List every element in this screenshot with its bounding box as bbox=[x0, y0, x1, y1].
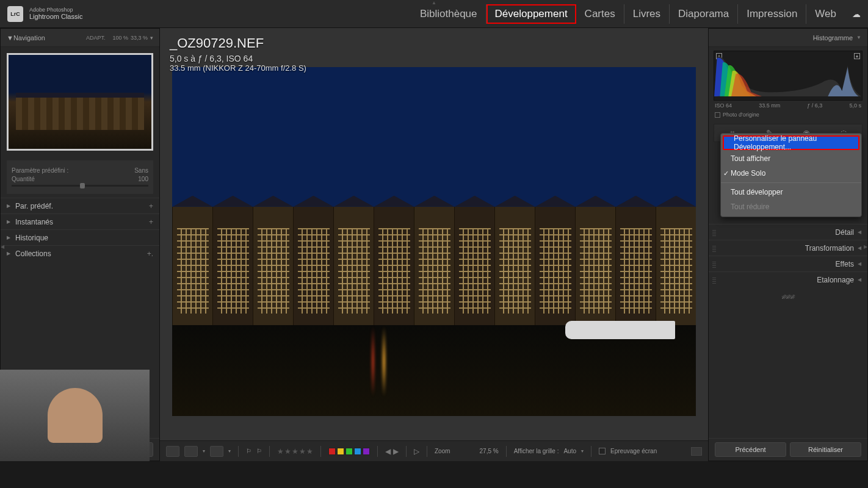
navigator-thumb-area bbox=[1, 47, 159, 157]
zoom-dropdown-icon[interactable]: ▾ bbox=[150, 35, 153, 41]
ctx-label: Tout réduire bbox=[731, 203, 769, 211]
navigator-thumbnail[interactable] bbox=[7, 53, 153, 151]
navigator-header[interactable]: ▼ Navigation ADAPT. 100 % 33,3 % ▾ bbox=[1, 29, 159, 47]
center-toolbar: ▾ ▾ ⚐ ⚐ ★★★★★ ◀▶ ▷ Zoom 27,5 % Afficher … bbox=[160, 440, 708, 461]
section-label: Transformation bbox=[805, 244, 854, 253]
slideshow-play-icon[interactable]: ▷ bbox=[414, 447, 419, 456]
collapse-icon: ▼ bbox=[856, 35, 861, 40]
preset-amount-slider[interactable] bbox=[12, 185, 148, 187]
grid-dropdown[interactable]: Auto bbox=[563, 448, 576, 454]
before-after-icon[interactable] bbox=[184, 446, 198, 457]
expand-icon: ◀ bbox=[858, 245, 861, 251]
center-area: _OZ90729.NEF 5,0 s à ƒ / 6,3, ISO 64 33.… bbox=[160, 28, 708, 461]
star-4[interactable]: ★ bbox=[299, 447, 306, 456]
reset-button[interactable]: Réinitialiser bbox=[790, 442, 861, 457]
left-section-instantans[interactable]: ▶Instantanés+ bbox=[1, 214, 159, 229]
add-icon[interactable]: +. bbox=[147, 249, 153, 258]
ctx-label: Tout afficher bbox=[731, 154, 770, 163]
photo-canvas[interactable] bbox=[172, 67, 696, 416]
module-cartes[interactable]: Cartes bbox=[576, 4, 624, 24]
zoom-value[interactable]: 27,5 % bbox=[480, 448, 499, 454]
flag-pick-icon[interactable]: ⚐ bbox=[246, 448, 251, 454]
star-1[interactable]: ★ bbox=[277, 447, 284, 456]
histogram[interactable]: ▲ ▲ bbox=[714, 51, 863, 101]
info-overlay: _OZ90729.NEF 5,0 s à ƒ / 6,3, ISO 64 33.… bbox=[170, 35, 306, 73]
left-section-collections[interactable]: ▶Collections+. bbox=[1, 245, 159, 261]
rating-stars: ★★★★★ bbox=[277, 447, 313, 456]
next-photo-icon[interactable]: ▶ bbox=[393, 447, 399, 456]
preset-preview: Paramètre prédéfini :Sans Quantité100 bbox=[7, 160, 153, 194]
module-diaporama[interactable]: Diaporama bbox=[670, 4, 738, 24]
prev-photo-icon[interactable]: ◀ bbox=[385, 447, 391, 456]
color-label-4[interactable] bbox=[363, 448, 370, 455]
exif-line2: 33.5 mm (NIKKOR Z 24-70mm f/2.8 S) bbox=[170, 63, 306, 73]
right-panel: Histogramme ▼ ▲ ▲ ISO 64 33.5 mm ƒ / 6,3… bbox=[708, 28, 868, 461]
top-expand-handle[interactable]: ▲ bbox=[432, 0, 436, 5]
swap-before-after-icon[interactable] bbox=[210, 446, 223, 457]
fit-mode[interactable]: ADAPT. bbox=[86, 35, 106, 41]
grid-dropdown-icon[interactable]: ▾ bbox=[581, 448, 584, 454]
soft-proof-checkbox[interactable] bbox=[599, 448, 606, 454]
expand-icon: ◀ bbox=[858, 277, 861, 282]
section-label: Instantanés bbox=[15, 218, 53, 226]
check-icon: ✓ bbox=[723, 170, 729, 178]
preset-amount-label: Quantité bbox=[12, 176, 35, 182]
before-after-menu-icon[interactable]: ▾ bbox=[203, 448, 205, 454]
previous-button[interactable]: Précédent bbox=[715, 442, 786, 457]
zoom-100[interactable]: 100 % bbox=[112, 35, 128, 41]
section-label: Collections bbox=[15, 249, 51, 258]
preset-value: Sans bbox=[134, 167, 148, 174]
star-3[interactable]: ★ bbox=[292, 447, 298, 456]
section-label: Etalonnage bbox=[817, 276, 854, 284]
expand-icon: ▶ bbox=[7, 203, 12, 209]
swap-menu-icon[interactable]: ▾ bbox=[228, 448, 231, 454]
soft-proof-label: Epreuvage écran bbox=[610, 448, 657, 454]
add-icon[interactable]: + bbox=[149, 218, 153, 226]
histo-shutter: 5,0 s bbox=[849, 102, 861, 109]
exif-line1: 5,0 s à ƒ / 6,3, ISO 64 bbox=[170, 54, 306, 63]
left-section-parprdf[interactable]: ▶Par. prédéf.+ bbox=[1, 198, 159, 214]
ctx-item-mode-solo[interactable]: ✓Mode Solo bbox=[721, 166, 861, 181]
ctx-item-tout-afficher[interactable]: Tout afficher bbox=[721, 151, 861, 166]
right-section-effets[interactable]: Effets◀ bbox=[709, 256, 867, 271]
color-label-0[interactable] bbox=[328, 448, 336, 455]
histo-iso: ISO 64 bbox=[715, 102, 732, 109]
star-5[interactable]: ★ bbox=[306, 447, 313, 456]
ctx-item-tout-d-velopper[interactable]: Tout développer bbox=[721, 185, 861, 199]
module-livres[interactable]: Livres bbox=[624, 4, 670, 24]
cloud-sync-icon[interactable]: ☁ bbox=[852, 9, 861, 19]
section-label: Effets bbox=[836, 260, 854, 268]
preset-amount-max: 100 bbox=[138, 176, 148, 182]
collapse-icon: ▼ bbox=[7, 34, 13, 41]
right-section-détail[interactable]: Détail◀ bbox=[709, 224, 867, 240]
presenter-webcam bbox=[0, 370, 150, 461]
app-brand: Adobe Photoshop Lightroom Classic bbox=[29, 7, 82, 21]
expand-icon: ▶ bbox=[7, 251, 12, 256]
star-2[interactable]: ★ bbox=[284, 447, 291, 456]
module-bibliothèque[interactable]: Bibliothèque bbox=[411, 4, 486, 24]
module-impression[interactable]: Impression bbox=[738, 4, 806, 24]
navigator-title: Navigation bbox=[13, 34, 45, 41]
add-icon[interactable]: + bbox=[149, 202, 153, 210]
right-section-etalonnage[interactable]: Etalonnage◀ bbox=[709, 271, 867, 287]
filename: _OZ90729.NEF bbox=[170, 35, 306, 51]
histogram-header[interactable]: Histogramme ▼ bbox=[709, 29, 867, 47]
color-label-1[interactable] bbox=[337, 448, 344, 455]
module-développement[interactable]: Développement bbox=[486, 4, 576, 24]
expand-icon: ◀ bbox=[858, 229, 861, 235]
zoom-33[interactable]: 33,3 % bbox=[131, 35, 148, 41]
module-web[interactable]: Web bbox=[806, 4, 845, 24]
section-label: Détail bbox=[835, 228, 854, 237]
loupe-view-icon[interactable] bbox=[166, 446, 179, 457]
ctx-item-personnaliser-le-panneau[interactable]: Personnaliser le panneau Développement..… bbox=[723, 135, 859, 150]
left-section-historique[interactable]: ▶Historique bbox=[1, 229, 159, 245]
color-label-3[interactable] bbox=[354, 448, 361, 455]
original-checkbox[interactable] bbox=[715, 112, 720, 118]
left-expand-handle[interactable]: ◀ bbox=[1, 244, 4, 249]
right-section-transformation[interactable]: Transformation◀ bbox=[709, 240, 867, 256]
grid-label: Afficher la grille : bbox=[514, 448, 559, 454]
flag-reject-icon[interactable]: ⚐ bbox=[256, 448, 262, 454]
color-label-2[interactable] bbox=[345, 448, 353, 455]
histogram-title: Histogramme bbox=[813, 34, 853, 41]
toolbar-menu-icon[interactable] bbox=[691, 447, 702, 456]
